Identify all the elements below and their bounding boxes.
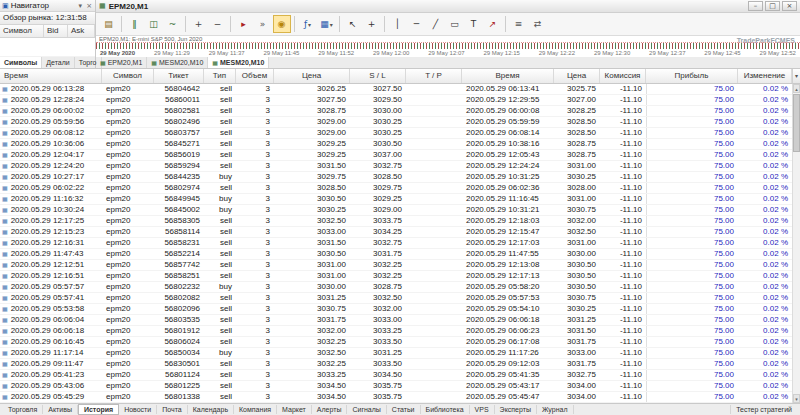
table-scrollbar[interactable]: ▴ ▾ — [792, 84, 800, 403]
tab-details[interactable]: Детали — [42, 57, 74, 68]
bottom-tab-experts[interactable]: Эксперты — [495, 405, 537, 414]
quote-col-ask[interactable]: Ask — [68, 25, 95, 37]
vertical-line-icon[interactable]: │ — [389, 15, 407, 33]
chart-candles-icon[interactable]: ◫ — [145, 15, 163, 33]
magnet-icon[interactable]: ◉ — [273, 15, 291, 33]
bottom-tab-history[interactable]: История — [78, 404, 119, 415]
history-row[interactable]: ▦2020.05.29 12:15:23epm2056858114sell330… — [0, 227, 792, 238]
bottom-tab-company[interactable]: Компания — [234, 405, 277, 414]
history-row[interactable]: ▦2020.05.29 10:30:24epm2056845002buy3303… — [0, 205, 792, 216]
bottom-tab-articles[interactable]: Статьи — [387, 405, 421, 414]
col-header-profit[interactable]: Прибыль — [646, 69, 738, 83]
market-watch-header[interactable]: Обзор рынка: 12:31:58 — [0, 12, 95, 25]
history-row[interactable]: ▦2020.05.29 06:06:18epm2056801912sell330… — [0, 326, 792, 337]
bottom-tab-journal[interactable]: Журнал — [537, 405, 574, 414]
history-row[interactable]: ▦2020.05.29 11:47:43epm2056852214sell330… — [0, 249, 792, 260]
text-icon[interactable]: T — [465, 15, 483, 33]
restore-icon[interactable]: □ — [765, 1, 780, 11]
chart-window-titlebar[interactable]: ▦ EPM20,M1 –□× — [96, 0, 800, 13]
history-row[interactable]: ▦2020.05.29 12:16:31epm2056858231sell330… — [0, 238, 792, 249]
chart-bars-icon[interactable]: ‖ — [126, 15, 144, 33]
arrow-icon[interactable]: ↗ — [484, 15, 502, 33]
history-row[interactable]: ▦2020.05.29 05:53:58epm2056802096sell330… — [0, 304, 792, 315]
templates-icon[interactable]: ≡ — [510, 15, 528, 33]
scroll-up-icon[interactable]: ▴ — [793, 84, 800, 93]
scrollbar-thumb[interactable] — [793, 94, 800, 152]
rectangle-icon[interactable]: ▭ — [446, 15, 464, 33]
quote-col-bid[interactable]: Bid — [44, 25, 68, 37]
tile-windows-icon[interactable]: ⇄ — [529, 15, 547, 33]
panel-menu-icon[interactable]: ▾ — [77, 2, 83, 10]
history-row[interactable]: ▦2020.05.29 06:00:02epm2056802581sell330… — [0, 106, 792, 117]
history-row[interactable]: ▦2020.05.29 05:45:29epm2056801338sell330… — [0, 392, 792, 403]
col-header-time-close[interactable]: Время — [462, 69, 554, 83]
chart-area[interactable]: EPM20,M1: E-mini S&P 500, Jun 2020 Trade… — [96, 36, 800, 57]
history-row[interactable]: ▦2020.05.29 11:16:32epm2056849945buy3303… — [0, 194, 792, 205]
bottom-tab-market[interactable]: Маркет — [277, 405, 312, 414]
history-row[interactable]: ▦2020.05.29 12:04:17epm2056856019sell330… — [0, 150, 792, 161]
chart-line-icon[interactable]: ~ — [164, 15, 182, 33]
cursor-icon[interactable]: ↖ — [344, 15, 362, 33]
chart-shift-icon[interactable]: » — [254, 15, 272, 33]
bottom-tab-mail[interactable]: Почта — [157, 405, 187, 414]
history-row[interactable]: ▦2020.05.29 05:57:41epm2056802082sell330… — [0, 293, 792, 304]
market-watch-body[interactable] — [0, 38, 95, 56]
trendline-icon[interactable]: ╱ — [427, 15, 445, 33]
history-row[interactable]: ▦2020.05.29 10:36:06epm2056845271sell330… — [0, 139, 792, 150]
close-icon[interactable]: × — [782, 1, 797, 11]
col-header-price-close[interactable]: Цена — [554, 69, 600, 83]
col-header-ticket[interactable]: Тикет — [154, 69, 204, 83]
history-row[interactable]: ▦2020.05.29 12:28:24epm2056860011sell330… — [0, 95, 792, 106]
history-row[interactable]: ▦2020.05.29 05:41:23epm2056801124sell330… — [0, 370, 792, 381]
horizontal-line-icon[interactable]: ─ — [408, 15, 426, 33]
col-header-type[interactable]: Тип — [204, 69, 236, 83]
history-row[interactable]: ▦2020.05.29 12:16:51epm2056858251sell330… — [0, 271, 792, 282]
history-row[interactable]: ▦2020.05.29 06:06:04epm2056803535sell330… — [0, 315, 792, 326]
tab-symbols[interactable]: Символы — [0, 57, 42, 68]
history-row[interactable]: ▦2020.05.29 10:27:17epm2056844235buy3302… — [0, 172, 792, 183]
col-header-price-open[interactable]: Цена — [274, 69, 350, 83]
indicators-icon[interactable]: ƒ▾ — [299, 15, 317, 33]
strategy-tester-tab[interactable]: Тестер стратегий — [730, 405, 797, 414]
bottom-tab-news[interactable]: Новости — [119, 405, 157, 414]
column-options-button[interactable]: ▾ — [792, 69, 800, 84]
history-row[interactable]: ▦2020.05.29 05:43:06epm2056801225sell330… — [0, 381, 792, 392]
navigator-header[interactable]: ▣ Навигатор ▾ × — [0, 0, 95, 12]
bottom-tab-trade[interactable]: Торговля — [3, 405, 43, 414]
bottom-tab-vps[interactable]: VPS — [470, 405, 495, 414]
objects-icon[interactable]: ▦▾ — [318, 15, 336, 33]
bottom-tab-assets[interactable]: Активы — [43, 405, 78, 414]
history-row[interactable]: ▦2020.05.29 06:13:28epm2056804642sell330… — [0, 84, 792, 95]
chart-tab-epm20-m1[interactable]: ▦EPM20,M1 — [96, 57, 147, 68]
history-row[interactable]: ▦2020.05.29 11:17:14epm2056850034buy3303… — [0, 348, 792, 359]
col-header-sl[interactable]: S / L — [350, 69, 406, 83]
chart-tab-mesm20-m10-a[interactable]: ▦MESM20,M10 — [147, 57, 208, 68]
scroll-down-icon[interactable]: ▾ — [793, 394, 800, 403]
col-header-volume[interactable]: Объем — [236, 69, 274, 83]
bottom-tab-library[interactable]: Библиотека — [421, 405, 470, 414]
bottom-tab-signals[interactable]: Сигналы — [347, 405, 386, 414]
chart-tab-mesm20-m10-b[interactable]: ▦MESM20,M10 — [208, 57, 269, 68]
zoom-in-icon[interactable]: + — [190, 15, 208, 33]
col-header-change[interactable]: Изменение — [738, 69, 792, 83]
history-row[interactable]: ▦2020.05.29 05:59:56epm2056802496sell330… — [0, 117, 792, 128]
history-row[interactable]: ▦2020.05.29 06:02:22epm2056802974sell330… — [0, 183, 792, 194]
history-row[interactable]: ▦2020.05.29 06:08:12epm2056803757sell330… — [0, 128, 792, 139]
history-row[interactable]: ▦2020.05.29 09:11:47epm2056830501sell330… — [0, 359, 792, 370]
crosshair-icon[interactable]: + — [363, 15, 381, 33]
zoom-out-icon[interactable]: − — [209, 15, 227, 33]
history-row[interactable]: ▦2020.05.29 12:17:25epm2056858305sell330… — [0, 216, 792, 227]
history-row[interactable]: ▦2020.05.29 12:24:20epm2056859294sell330… — [0, 161, 792, 172]
new-order-icon[interactable]: ▤ — [100, 15, 118, 33]
minimize-icon[interactable]: – — [748, 1, 763, 11]
col-header-time-open[interactable]: Время — [0, 69, 102, 83]
col-header-symbol[interactable]: Символ — [102, 69, 154, 83]
quote-col-symbol[interactable]: Символ — [0, 25, 44, 37]
bottom-tab-calendar[interactable]: Календарь — [188, 405, 234, 414]
col-header-commission[interactable]: Комиссия — [600, 69, 646, 83]
history-row[interactable]: ▦2020.05.29 12:12:51epm2056857742sell330… — [0, 260, 792, 271]
panel-close-icon[interactable]: × — [85, 2, 93, 10]
auto-scroll-icon[interactable]: ▸ — [235, 15, 253, 33]
bottom-tab-alerts[interactable]: Алерты — [312, 405, 348, 414]
col-header-tp[interactable]: T / P — [406, 69, 462, 83]
